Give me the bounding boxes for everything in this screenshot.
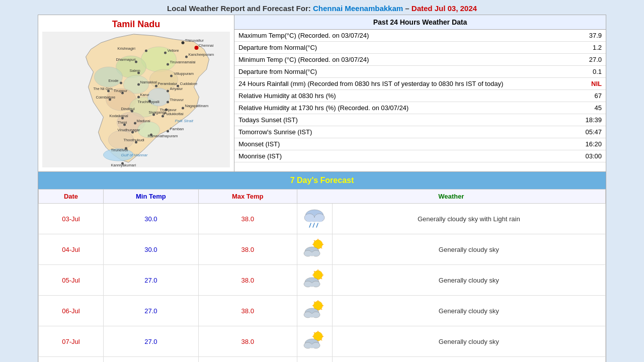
svg-line-96: [321, 247, 322, 248]
map-section: Tamil Nadu: [38, 15, 234, 171]
svg-text:Chennai: Chennai: [199, 43, 214, 48]
svg-text:The Nil Giris: The Nil Giris: [94, 87, 113, 90]
svg-point-37: [155, 85, 157, 87]
svg-text:Coimbatore: Coimbatore: [96, 95, 116, 100]
svg-point-19: [164, 52, 167, 54]
forecast-icon-2: [297, 265, 332, 296]
forecast-maxtemp-1: 38.0: [198, 234, 297, 265]
svg-line-117: [314, 302, 315, 303]
forecast-mintemp-0: 30.0: [104, 204, 199, 234]
forecast-icon-1: [297, 234, 332, 265]
svg-point-39: [167, 90, 169, 93]
weather-row-label-7: Todays Sunset (IST): [234, 114, 575, 126]
svg-text:Kodaikanal: Kodaikanal: [110, 114, 128, 118]
weather-row-label-2: Minimum Temp (°C) (Recorded. on 03/07/24…: [234, 54, 575, 66]
svg-text:Erode: Erode: [109, 78, 119, 83]
svg-point-67: [134, 122, 136, 125]
svg-text:Dharmapuri: Dharmapuri: [116, 57, 136, 62]
svg-line-89: [316, 223, 318, 227]
forecast-title: 7 Day's Forecast: [38, 172, 606, 189]
weather-data-section: Past 24 Hours Weather Data Maximum Temp(…: [234, 15, 606, 171]
weather-row-label-3: Departure from Normal(°C): [234, 66, 575, 78]
svg-text:Theni: Theni: [118, 120, 127, 125]
svg-line-107: [321, 278, 322, 279]
svg-point-29: [170, 75, 173, 77]
svg-rect-111: [306, 283, 318, 287]
svg-text:Nagapattinam: Nagapattinam: [185, 104, 209, 108]
weather-row-value-9: 16:20: [575, 138, 606, 150]
weather-row-value-8: 05:47: [575, 126, 606, 138]
forecast-desc-1: Generally cloudy sky: [332, 234, 605, 265]
svg-line-128: [314, 332, 315, 333]
weather-row-label-9: Moonset (IST): [234, 138, 575, 150]
svg-text:Palk Strait: Palk Strait: [175, 119, 194, 123]
svg-point-5: [95, 67, 123, 87]
svg-rect-133: [306, 344, 318, 348]
forecast-date-2: 05-Jul: [39, 265, 104, 296]
forecast-table: Date Min Temp Max Temp Weather 03-Jul30.…: [38, 189, 606, 362]
svg-text:Virudhunagar: Virudhunagar: [118, 128, 140, 132]
weather-row-value-10: 03:00: [575, 150, 606, 162]
forecast-icon-3: [297, 296, 332, 326]
forecast-desc-4: Generally cloudy sky: [332, 326, 605, 357]
svg-line-87: [309, 223, 311, 227]
forecast-desc-2: Generally cloudy sky: [332, 265, 605, 296]
weather-row-label-10: Moonrise (IST): [234, 150, 575, 162]
svg-text:Villuppuram: Villuppuram: [174, 71, 194, 76]
svg-line-88: [313, 223, 314, 227]
forecast-icon-4: [297, 326, 332, 357]
svg-rect-100: [306, 252, 318, 256]
forecast-section: 7 Day's Forecast Date Min Temp Max Temp …: [38, 172, 606, 362]
svg-line-106: [314, 271, 315, 272]
map-area: Thiruvallur Chennai Kancheepuram Vellore: [42, 32, 230, 167]
weather-row-value-0: 37.9: [575, 30, 606, 42]
svg-text:Thiruvallur: Thiruvallur: [185, 38, 204, 43]
svg-text:Perambalur: Perambalur: [158, 81, 178, 86]
svg-rect-86: [307, 218, 322, 222]
forecast-desc-0: Generally cloudy sky with Light rain: [332, 204, 605, 234]
svg-point-15: [195, 46, 199, 50]
svg-text:Ariyalur: Ariyalur: [170, 86, 183, 91]
svg-line-129: [321, 339, 322, 340]
main-top-section: Tamil Nadu: [38, 15, 606, 172]
weather-data-title: Past 24 Hours Weather Data: [234, 15, 606, 30]
col-header-mintemp: Min Temp: [104, 190, 199, 204]
forecast-mintemp-1: 30.0: [104, 234, 199, 265]
svg-text:Dindigul: Dindigul: [121, 107, 135, 111]
svg-point-53: [182, 107, 184, 110]
forecast-maxtemp-2: 38.0: [198, 265, 297, 296]
map-title: Tamil Nadu: [42, 19, 230, 30]
svg-text:Thiruvur: Thiruvur: [170, 98, 184, 102]
svg-text:Vellore: Vellore: [168, 48, 179, 53]
svg-text:Madurai: Madurai: [137, 119, 150, 123]
weather-row-value-4: NIL: [575, 78, 606, 90]
forecast-date-5: 08-Jul: [39, 357, 104, 363]
col-header-maxtemp: Max Temp: [198, 190, 297, 204]
forecast-icon-0: [297, 204, 332, 234]
forecast-mintemp-2: 27.0: [104, 265, 199, 296]
svg-text:Tiruppur: Tiruppur: [114, 88, 128, 93]
svg-text:Gulf of Mannar: Gulf of Mannar: [121, 153, 148, 157]
weather-row-value-2: 27.0: [575, 54, 606, 66]
svg-text:Krishnagiri: Krishnagiri: [118, 46, 136, 51]
weather-row-value-1: 1.2: [575, 42, 606, 54]
weather-row-value-5: 67: [575, 90, 606, 102]
svg-point-51: [167, 101, 169, 104]
svg-point-23: [145, 50, 147, 52]
weather-row-label-1: Departure from Normal(°C): [234, 42, 575, 54]
forecast-mintemp-5: 27.0: [104, 357, 199, 363]
svg-point-13: [182, 41, 185, 44]
forecast-icon-5: [297, 357, 332, 363]
svg-text:Cuddalore: Cuddalore: [180, 81, 198, 86]
svg-line-95: [314, 240, 315, 241]
weather-row-label-6: Relative Humidity at 1730 hrs (%) (Recor…: [234, 102, 575, 114]
svg-point-31: [120, 82, 122, 84]
forecast-maxtemp-0: 38.0: [198, 204, 297, 234]
header-location: Chennai Meenambakkam: [313, 4, 403, 13]
weather-row-label-4: 24 Hours Rainfall (mm) (Recorded from 08…: [234, 78, 575, 90]
forecast-date-4: 07-Jul: [39, 326, 104, 357]
svg-text:Tiruchirappalli: Tiruchirappalli: [138, 100, 160, 104]
weather-data-table: Maximum Temp(°C) (Recorded. on 03/07/24)…: [234, 30, 606, 162]
svg-text:Tirunelveli: Tirunelveli: [111, 148, 128, 152]
forecast-date-3: 06-Jul: [39, 296, 104, 326]
